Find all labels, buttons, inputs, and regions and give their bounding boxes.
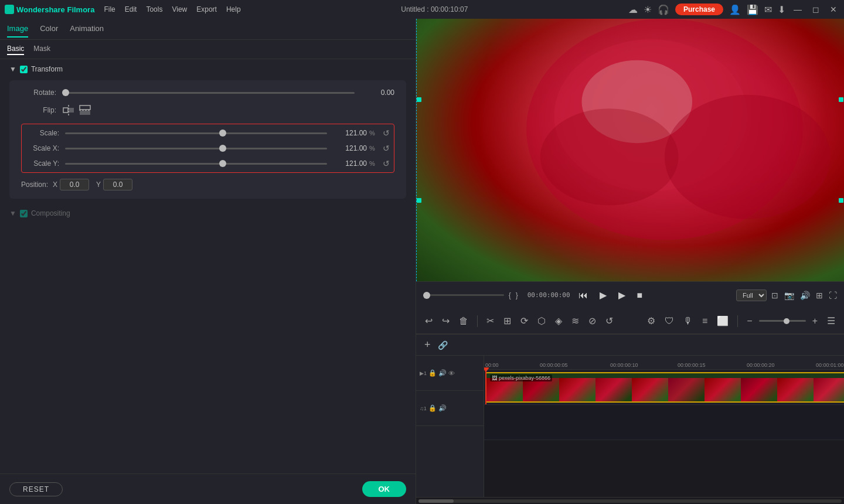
mask-tool-button[interactable]: 🛡	[662, 314, 677, 329]
scale-y-row: Scale Y: 121.00 % ↺	[24, 158, 392, 169]
purchase-button[interactable]: Purchase	[675, 4, 723, 15]
playback-bar: { } 00:00:00:00 ⏮ ▶ ▶ ■ Full ⊡ 📷 🔊 ⊞ ⛶	[416, 281, 844, 308]
play-button-alt[interactable]: ▶	[615, 290, 629, 301]
scale-reset-button[interactable]: ↺	[381, 128, 392, 138]
reverse-button[interactable]: ↺	[603, 313, 616, 329]
props-panel: ▼ Transform Rotate: 0.00 Flip:	[0, 59, 416, 474]
tab-animation[interactable]: Animation	[70, 21, 104, 38]
sun-icon[interactable]: ☀	[644, 4, 652, 15]
play-button[interactable]: ▶	[596, 290, 610, 301]
flip-horizontal-button[interactable]	[62, 104, 75, 117]
ok-button[interactable]: OK	[362, 481, 407, 497]
audio-track-volume-icon[interactable]: 🔊	[438, 404, 447, 412]
add-track-button[interactable]: +	[421, 338, 434, 352]
save-icon[interactable]: 💾	[747, 4, 758, 15]
menu-view[interactable]: View	[172, 5, 187, 13]
position-x-axis: X	[53, 181, 57, 189]
scale-x-reset-button[interactable]: ↺	[381, 143, 392, 154]
scale-x-label: Scale X:	[24, 144, 65, 152]
flip-vertical-button[interactable]	[79, 104, 91, 117]
tab-color[interactable]: Color	[40, 21, 58, 38]
settings-button[interactable]: ☰	[824, 313, 838, 329]
record-button[interactable]: 🎙	[680, 314, 696, 329]
timeline-ruler: 00:00 00:00:00:05 00:00:00:10 00:00:00:1…	[484, 356, 844, 370]
stop-button[interactable]: ■	[634, 290, 646, 301]
position-y-input[interactable]: 0.0	[103, 179, 132, 190]
tab-image[interactable]: Image	[7, 21, 28, 38]
track-audio-icon[interactable]: 🔊	[438, 369, 447, 377]
speed-button[interactable]: ⬡	[535, 313, 549, 329]
compositing-header[interactable]: ▼ Compositing	[9, 209, 406, 217]
cut-button[interactable]: ✂	[484, 313, 497, 329]
scale-y-slider[interactable]	[65, 163, 327, 165]
scrollbar-thumb[interactable]	[418, 499, 454, 503]
headset-icon[interactable]: 🎧	[658, 4, 669, 15]
export-button[interactable]: ⬜	[714, 313, 731, 329]
redo-button[interactable]: ↪	[439, 313, 452, 329]
account-icon[interactable]: 👤	[729, 4, 741, 15]
minimize-button[interactable]: —	[791, 5, 804, 14]
crop-icon[interactable]: ⊞	[816, 291, 823, 300]
scale-label: Scale:	[24, 129, 65, 137]
menu-tools[interactable]: Tools	[146, 5, 162, 13]
zoom-slider[interactable]	[759, 320, 806, 322]
quality-select[interactable]: Full	[736, 290, 767, 301]
screenshot-icon[interactable]: ⊡	[771, 291, 778, 300]
rotate-label: Rotate:	[21, 88, 62, 97]
scale-box: Scale: 121.00 % ↺ Scale X: 121.00 % ↺	[21, 124, 394, 173]
zoom-in-button[interactable]: +	[809, 314, 821, 329]
playback-time: 00:00:00:00	[528, 291, 570, 299]
scale-value: 121.00	[332, 129, 367, 137]
track-eye-icon[interactable]: 👁	[448, 370, 455, 377]
position-x-input[interactable]: 0.0	[60, 179, 89, 190]
position-y-axis: Y	[96, 181, 101, 189]
track-lock-icon[interactable]: 🔒	[428, 369, 437, 377]
playhead[interactable]	[485, 370, 486, 404]
zoom-out-button[interactable]: −	[744, 314, 755, 329]
video-clip-1[interactable]: 🖼 pexels-pixabay-56866	[485, 372, 844, 403]
scale-x-slider[interactable]	[65, 148, 327, 149]
position-label: Position:	[21, 181, 48, 189]
rotate-tool-button[interactable]: ⟳	[518, 313, 531, 329]
link-button[interactable]: 🔗	[434, 339, 451, 351]
playback-slider[interactable]	[423, 294, 504, 296]
compositing-checkbox[interactable]	[20, 210, 28, 217]
transform-section-header[interactable]: ▼ Transform	[9, 65, 406, 73]
undo-button[interactable]: ↩	[422, 313, 435, 329]
crop-tool-button[interactable]: ⊞	[501, 313, 514, 329]
ruler-mark-5: 00:00:01:00	[816, 362, 844, 368]
download-icon[interactable]: ⬇	[778, 4, 785, 15]
skip-back-button[interactable]: ⏮	[575, 290, 591, 301]
menu-help[interactable]: Help	[226, 5, 241, 13]
clip-1-thumb-7	[705, 378, 741, 403]
cloud-icon[interactable]: ☁	[628, 4, 638, 15]
svg-rect-4	[80, 111, 90, 115]
scale-y-reset-button[interactable]: ↺	[381, 158, 392, 169]
reset-button[interactable]: RESET	[9, 482, 63, 496]
color-tool-button[interactable]: ◈	[552, 313, 565, 329]
menu-file[interactable]: File	[104, 5, 115, 13]
transform-checkbox[interactable]	[20, 66, 28, 73]
close-button[interactable]: ✕	[828, 5, 839, 14]
delete-button[interactable]: 🗑	[456, 314, 471, 329]
audio-track-lock-icon[interactable]: 🔒	[428, 404, 437, 412]
sub-tab-mask[interactable]: Mask	[33, 43, 50, 55]
subtitle-button[interactable]: ≡	[699, 314, 710, 329]
horizontal-scrollbar[interactable]	[418, 499, 842, 503]
audio-track-number-icon: ♫1	[420, 406, 427, 411]
mail-icon[interactable]: ✉	[764, 4, 772, 15]
rotate-slider[interactable]	[62, 92, 355, 94]
playhead-handle	[484, 367, 489, 372]
effects-button[interactable]: ⚙	[644, 313, 658, 329]
menu-edit[interactable]: Edit	[125, 5, 137, 13]
scale-slider[interactable]	[65, 132, 327, 134]
split-button[interactable]: ≋	[569, 313, 582, 329]
volume-icon[interactable]: 🔊	[800, 291, 810, 300]
sub-tab-basic[interactable]: Basic	[7, 43, 24, 55]
maximize-button[interactable]: ◻	[810, 5, 822, 14]
fullscreen-icon[interactable]: ⛶	[829, 291, 837, 300]
menu-export[interactable]: Export	[196, 5, 217, 13]
camera-icon[interactable]: 📷	[784, 291, 794, 300]
track-area[interactable]: 00:00 00:00:00:05 00:00:00:10 00:00:00:1…	[484, 356, 844, 497]
audio-button[interactable]: ⊘	[586, 313, 599, 329]
